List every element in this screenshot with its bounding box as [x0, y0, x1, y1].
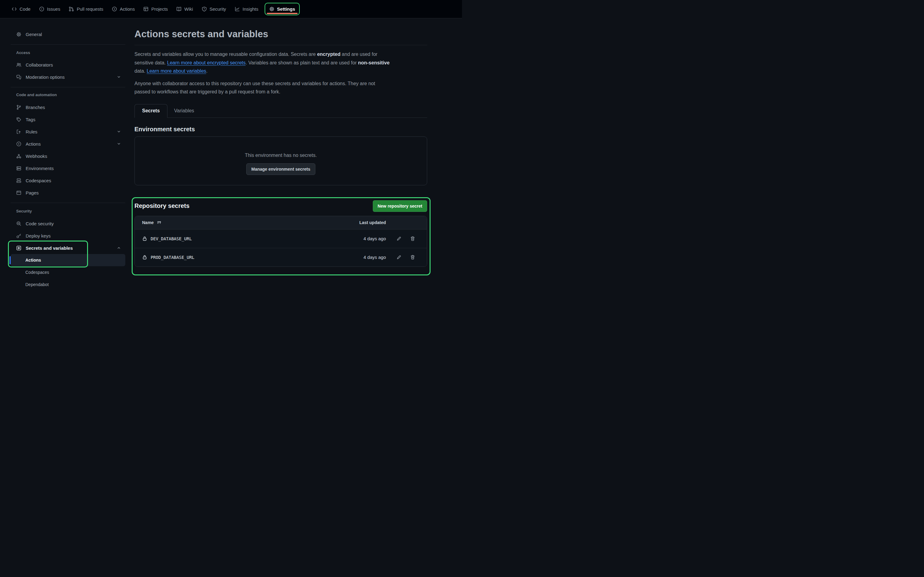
sidebar-subitem-actions[interactable]: Actions	[11, 254, 125, 266]
graph-icon	[235, 6, 240, 11]
tab-wiki[interactable]: Wiki	[172, 0, 197, 18]
trash-icon[interactable]	[410, 236, 415, 241]
sidebar-item-rules[interactable]: Rules	[11, 126, 125, 138]
sidebar-item-secrets-and-variables[interactable]: Secrets and variables	[11, 242, 125, 254]
repository-secrets-header: Repository secrets New repository secret	[134, 200, 427, 212]
code-icon	[11, 6, 17, 11]
paragraph-text: passed to workflows that are triggered b…	[134, 89, 281, 94]
tab-label: Issues	[47, 6, 60, 11]
intro-paragraph: Secrets and variables allow you to manag…	[134, 50, 427, 76]
codespaces-icon	[16, 178, 21, 183]
paragraph-text: Anyone with collaborator access to this …	[134, 81, 375, 86]
rules-icon	[16, 129, 21, 134]
page-title: Actions secrets and variables	[134, 28, 427, 45]
git-pull-request-icon	[69, 6, 74, 11]
tab-code[interactable]: Code	[7, 0, 35, 18]
asterisk-box-icon	[16, 245, 21, 251]
tab-variables[interactable]: Variables	[168, 104, 201, 118]
gear-icon	[269, 6, 275, 11]
tab-pull-requests[interactable]: Pull requests	[65, 0, 108, 18]
intro-text: sensitive data.	[134, 60, 167, 65]
divider	[11, 44, 125, 45]
repository-secrets-table: Name Last updated DEV_DATABASE_URL 4 day…	[134, 216, 427, 267]
repository-secrets-heading: Repository secrets	[134, 202, 189, 210]
sidebar-item-label: Environments	[26, 166, 54, 171]
sidebar-item-label: Code security	[26, 221, 54, 226]
sidebar-item-deploy-keys[interactable]: Deploy keys	[11, 230, 125, 242]
last-updated-cell: 4 days ago	[325, 236, 386, 241]
play-icon	[112, 6, 117, 11]
chevron-down-icon	[117, 142, 121, 146]
tab-issues[interactable]: Issues	[35, 0, 65, 18]
sidebar-item-codespaces[interactable]: Codespaces	[11, 174, 125, 187]
sidebar-subitem-dependabot[interactable]: Dependabot	[11, 279, 125, 288]
repo-nav-list: Code Issues Pull requests Actions Projec…	[0, 0, 462, 18]
sidebar-item-actions[interactable]: Actions	[11, 138, 125, 150]
chevron-up-icon	[117, 246, 121, 250]
sidebar-item-webhooks[interactable]: Webhooks	[11, 150, 125, 162]
repo-nav-bar: Code Issues Pull requests Actions Projec…	[0, 0, 462, 18]
secret-name-cell: DEV_DATABASE_URL	[135, 236, 325, 241]
environment-secrets-heading: Environment secrets	[134, 126, 427, 133]
manage-environment-secrets-button[interactable]: Manage environment secrets	[246, 163, 316, 175]
sidebar-item-label: Codespaces	[26, 178, 51, 183]
sidebar-item-environments[interactable]: Environments	[11, 162, 125, 174]
sidebar-section-access: Access	[11, 49, 125, 56]
name-column-header[interactable]: Name	[135, 220, 325, 225]
tab-label: Code	[19, 6, 31, 11]
tab-label: Wiki	[184, 6, 193, 11]
gear-icon	[16, 32, 21, 37]
sidebar-item-tags[interactable]: Tags	[11, 113, 125, 126]
lock-icon	[142, 236, 147, 241]
sidebar-item-moderation-options[interactable]: Moderation options	[11, 71, 125, 83]
comment-discussion-icon	[16, 74, 21, 80]
sidebar-item-label: Rules	[26, 129, 37, 134]
sidebar-subitem-codespaces[interactable]: Codespaces	[11, 266, 125, 279]
new-repository-secret-button[interactable]: New repository secret	[373, 200, 427, 212]
repository-secrets-section: Repository secrets New repository secret…	[134, 200, 427, 267]
collaborator-paragraph: Anyone with collaborator access to this …	[134, 79, 427, 96]
key-icon	[16, 233, 21, 239]
intro-text: . Variables are shown as plain text and …	[246, 60, 358, 65]
settings-sidebar: General Access Collaborators Moderation …	[11, 18, 125, 288]
sidebar-item-label: Webhooks	[26, 153, 47, 159]
pencil-icon[interactable]	[396, 236, 402, 241]
tab-secrets[interactable]: Secrets	[134, 104, 168, 118]
chevron-down-icon	[117, 129, 121, 134]
pencil-icon[interactable]	[396, 255, 402, 260]
tab-actions[interactable]: Actions	[108, 0, 139, 18]
intro-text: Secrets and variables allow you to manag…	[134, 52, 317, 57]
link-encrypted-secrets[interactable]: Learn more about encrypted secrets	[167, 60, 246, 65]
sidebar-item-branches[interactable]: Branches	[11, 101, 125, 113]
secret-name: DEV_DATABASE_URL	[151, 236, 192, 241]
tab-settings[interactable]: Settings	[265, 3, 300, 15]
sidebar-item-collaborators[interactable]: Collaborators	[11, 59, 125, 71]
sidebar-item-code-security[interactable]: Code security	[11, 218, 125, 230]
sidebar-item-label: Collaborators	[26, 62, 53, 68]
tab-label: Pull requests	[77, 6, 103, 11]
table-icon	[143, 6, 149, 11]
sidebar-item-pages[interactable]: Pages	[11, 187, 125, 199]
sidebar-item-label: Tags	[26, 117, 36, 122]
intro-text: data.	[134, 68, 147, 74]
link-variables[interactable]: Learn more about variables	[147, 68, 206, 74]
book-icon	[176, 6, 181, 11]
browser-icon	[16, 190, 21, 195]
last-updated-column-header: Last updated	[325, 220, 386, 225]
tab-projects[interactable]: Projects	[139, 0, 172, 18]
last-updated-cell: 4 days ago	[325, 255, 386, 260]
tab-label: Settings	[277, 6, 295, 11]
git-branch-icon	[16, 105, 21, 110]
chevron-down-icon	[117, 75, 121, 79]
tab-insights[interactable]: Insights	[230, 0, 263, 18]
intro-bold-non-sensitive: non-sensitive	[358, 60, 389, 65]
sidebar-item-general[interactable]: General	[11, 28, 125, 40]
secrets-variables-tabnav: Secrets Variables	[134, 104, 427, 118]
sidebar-item-label: Moderation options	[26, 74, 65, 80]
sidebar-subitem-label: Actions	[25, 258, 41, 263]
play-icon	[16, 141, 21, 147]
trash-icon[interactable]	[410, 255, 415, 260]
sidebar-subitem-label: Codespaces	[25, 270, 49, 275]
sidebar-subitem-label: Dependabot	[25, 282, 48, 287]
tab-security[interactable]: Security	[197, 0, 230, 18]
